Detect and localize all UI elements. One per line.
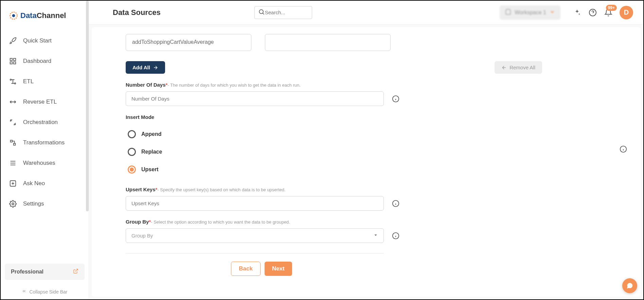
sidebar-item-settings[interactable]: Settings [1, 194, 89, 214]
workspace-selector[interactable]: Workspace 1 [500, 5, 560, 20]
radio-label: Upsert [141, 166, 159, 173]
add-all-label: Add All [132, 65, 150, 70]
svg-rect-4 [14, 62, 16, 64]
top-icons: 99+ D [573, 6, 633, 19]
radio-label: Replace [141, 149, 162, 155]
transform-icon [9, 139, 17, 147]
nav-label: Orchestration [23, 119, 58, 126]
list-icon [9, 159, 17, 167]
notification-badge: 99+ [606, 5, 617, 11]
search-input[interactable] [265, 10, 308, 15]
external-link-icon [73, 268, 78, 275]
gear-icon [9, 200, 17, 208]
radio-icon [128, 148, 136, 156]
sidebar-item-warehouses[interactable]: Warehouses [1, 153, 89, 173]
plan-box[interactable]: Professional [5, 264, 85, 280]
info-icon[interactable] [392, 200, 399, 207]
search-icon [258, 8, 265, 17]
nav-label: Reverse ETL [23, 99, 57, 105]
logo: DataChannel [1, 1, 89, 27]
back-button[interactable]: Back [231, 262, 261, 276]
radio-upsert[interactable]: Upsert [126, 161, 584, 178]
nav-label: ETL [23, 78, 34, 85]
info-icon[interactable] [620, 145, 627, 153]
arrow-right-icon [153, 65, 158, 70]
caret-down-icon [373, 233, 378, 239]
sparkles-icon[interactable] [573, 8, 582, 17]
collapse-icon [22, 289, 26, 295]
radio-label: Append [141, 131, 162, 137]
upsert-keys-hint: - Specify the upsert key(s) based on whi… [157, 187, 285, 192]
svg-rect-3 [14, 58, 16, 60]
add-all-button[interactable]: Add All [126, 61, 165, 74]
nav-label: Quick Start [23, 37, 52, 44]
sidebar-item-transformations[interactable]: Transformations [1, 133, 89, 153]
column-chip-empty[interactable] [265, 34, 391, 51]
group-by-select[interactable]: Group By [126, 228, 384, 243]
numdays-label: Number Of Days* [126, 82, 167, 88]
next-button[interactable]: Next [265, 262, 292, 276]
chat-icon [626, 282, 633, 289]
svg-rect-2 [10, 58, 12, 60]
group-by-placeholder: Group By [131, 233, 153, 239]
group-by-label: Group By* [126, 219, 151, 225]
route-icon [9, 118, 17, 126]
svg-rect-5 [10, 62, 12, 64]
info-icon[interactable] [392, 95, 399, 103]
sidebar-item-quick-start[interactable]: Quick Start [1, 31, 89, 51]
notifications[interactable]: 99+ [604, 8, 613, 17]
help-icon[interactable] [588, 8, 597, 17]
column-chip[interactable]: addToShoppingCartValueAverage [126, 34, 251, 51]
upsert-keys-input[interactable] [126, 196, 384, 211]
sidebar-scrollbar[interactable] [86, 1, 89, 211]
nav-label: Ask Neo [23, 180, 45, 187]
collapse-sidebar[interactable]: Collapse Side Bar [1, 284, 89, 299]
collapse-label: Collapse Side Bar [29, 289, 67, 295]
remove-all-label: Remove All [509, 65, 535, 70]
numdays-hint: - The number of days for which you wish … [167, 83, 300, 88]
sidebar: DataChannel Quick Start Dashboard ETL Re… [1, 1, 89, 299]
avatar[interactable]: D [620, 6, 633, 19]
svg-point-14 [12, 203, 14, 205]
sidebar-item-reverse-etl[interactable]: Reverse ETL [1, 92, 89, 112]
radio-icon [128, 165, 136, 174]
rocket-icon [9, 37, 17, 45]
svg-point-6 [10, 79, 12, 81]
radio-append[interactable]: Append [126, 125, 584, 143]
divider [126, 253, 384, 253]
insert-mode-label: Insert Mode [126, 114, 627, 120]
nav-label: Warehouses [23, 160, 55, 166]
nav-label: Transformations [23, 139, 65, 146]
logo-text: DataChannel [20, 11, 66, 20]
chevron-down-icon [550, 9, 555, 16]
remove-all-button[interactable]: Remove All [495, 61, 542, 74]
plan-label: Professional [11, 269, 43, 275]
numdays-input[interactable] [126, 91, 384, 106]
radio-replace[interactable]: Replace [126, 143, 584, 161]
sidebar-item-orchestration[interactable]: Orchestration [1, 112, 89, 133]
bag-icon [505, 9, 511, 16]
flow-icon [9, 77, 17, 86]
svg-point-1 [12, 14, 15, 17]
swap-icon [9, 98, 17, 106]
grid-icon [9, 57, 17, 65]
sidebar-item-ask-neo[interactable]: Ask Neo [1, 173, 89, 194]
chat-bubble[interactable] [622, 278, 637, 293]
page-title: Data Sources [113, 8, 161, 17]
info-icon[interactable] [392, 232, 399, 240]
group-by-hint: - Select the option according to which y… [151, 219, 290, 225]
nav-label: Settings [23, 200, 44, 207]
svg-rect-8 [11, 140, 13, 142]
sidebar-item-etl[interactable]: ETL [1, 71, 89, 92]
svg-marker-29 [375, 234, 377, 236]
search-box[interactable] [254, 6, 312, 19]
svg-point-7 [15, 83, 16, 84]
topbar: Data Sources Workspace 1 99+ D [89, 1, 643, 24]
svg-point-15 [259, 10, 263, 14]
nav-label: Dashboard [23, 58, 51, 65]
upsert-keys-label: Upsert Keys* [126, 187, 157, 192]
radio-icon [128, 130, 136, 138]
content: addToShoppingCartValueAverage Add All Re… [92, 27, 641, 297]
arrow-left-icon [501, 65, 507, 70]
sidebar-item-dashboard[interactable]: Dashboard [1, 51, 89, 71]
